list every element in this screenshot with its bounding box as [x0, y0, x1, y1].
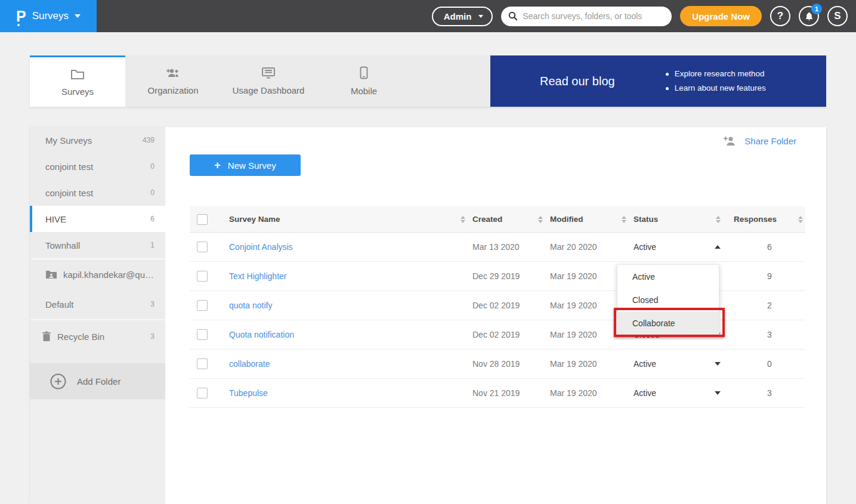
- modified-date: Mar 20 2020: [550, 242, 597, 252]
- modified-date: Mar 19 2020: [550, 301, 597, 310]
- avatar[interactable]: S: [827, 6, 848, 26]
- column-header-responses: Responses: [734, 215, 777, 224]
- modified-date: Mar 19 2020: [550, 388, 597, 398]
- sort-icon[interactable]: [622, 216, 626, 223]
- folder-label: My Surveys: [45, 135, 137, 146]
- questionpro-logo-icon: P: [16, 9, 26, 24]
- sidebar-item-default[interactable]: Default 3: [30, 289, 165, 319]
- upgrade-now-button[interactable]: Upgrade Now: [680, 6, 762, 26]
- created-date: Dec 29 2019: [472, 271, 520, 281]
- column-header-status: Status: [633, 215, 658, 224]
- folder-count: 0: [150, 162, 154, 171]
- status-dropdown-toggle[interactable]: [715, 245, 721, 249]
- status-dropdown-menu: Active Closed Collaborate: [617, 264, 719, 335]
- created-date: Dec 02 2019: [472, 330, 520, 339]
- app-name: Surveys: [32, 10, 69, 22]
- tab-mobile[interactable]: Mobile: [316, 55, 412, 107]
- search-icon: [508, 11, 518, 21]
- topbar-actions: Admin Upgrade Now ? 1 S: [432, 6, 856, 26]
- table-row: collaborate Nov 28 2019 Mar 19 2020 Acti…: [190, 350, 805, 379]
- select-all-checkbox[interactable]: [197, 214, 208, 225]
- responses-count: 3: [734, 388, 805, 398]
- chevron-down-icon: [75, 14, 81, 18]
- people-plus-icon: [165, 67, 181, 81]
- created-date: Dec 02 2019: [472, 301, 520, 310]
- phone-icon: [360, 66, 368, 81]
- status-option-active[interactable]: Active: [617, 265, 719, 288]
- folder-label: conjoint test: [45, 162, 144, 172]
- column-header-modified: Modified: [550, 215, 583, 224]
- notifications-button[interactable]: 1: [799, 6, 819, 26]
- survey-name-link[interactable]: Tubepulse: [229, 388, 268, 398]
- tab-label: Surveys: [61, 86, 94, 97]
- sidebar-item-hive[interactable]: HIVE 6: [30, 206, 165, 232]
- status-option-collaborate[interactable]: Collaborate: [617, 311, 719, 335]
- tab-organization[interactable]: Organization: [125, 55, 221, 107]
- product-menu[interactable]: P Surveys: [0, 0, 97, 32]
- status-value: Active: [633, 359, 656, 369]
- sidebar-item-townhall[interactable]: Townhall 1: [30, 232, 165, 258]
- column-header-created: Created: [472, 215, 502, 224]
- new-survey-button[interactable]: + New Survey: [190, 154, 301, 176]
- modified-date: Mar 19 2020: [550, 359, 597, 369]
- status-value: Active: [633, 388, 656, 398]
- sidebar-item-conjoint-test-1[interactable]: conjoint test 0: [30, 153, 165, 180]
- sort-icon[interactable]: [461, 216, 465, 223]
- admin-menu[interactable]: Admin: [432, 7, 493, 26]
- survey-name-link[interactable]: Conjoint Analysis: [229, 242, 293, 252]
- row-checkbox[interactable]: [197, 242, 208, 252]
- new-survey-label: New Survey: [228, 160, 276, 171]
- sort-icon[interactable]: [716, 216, 721, 223]
- tab-usage-dashboard[interactable]: Usage Dashboard: [221, 55, 316, 107]
- status-option-closed[interactable]: Closed: [617, 288, 719, 311]
- sidebar-item-recycle-bin[interactable]: Recycle Bin 3: [30, 319, 165, 353]
- row-checkbox[interactable]: [197, 300, 208, 311]
- person-plus-icon: [723, 135, 737, 146]
- sidebar-item-shared-folder[interactable]: kapil.khandekar@que...: [30, 258, 165, 289]
- table-header: Survey Name Created Modified Status: [190, 206, 805, 233]
- notification-badge: 1: [811, 4, 822, 14]
- tab-surveys[interactable]: Surveys: [30, 55, 125, 107]
- add-folder-label: Add Folder: [77, 376, 120, 386]
- folder-icon: [70, 68, 85, 82]
- admin-label: Admin: [444, 11, 472, 21]
- status-dropdown-toggle[interactable]: [715, 391, 721, 395]
- survey-name-link[interactable]: Quota notification: [229, 330, 294, 339]
- trash-icon: [42, 331, 51, 342]
- row-checkbox[interactable]: [197, 388, 208, 398]
- survey-name-link[interactable]: collaborate: [229, 359, 270, 369]
- sidebar-item-my-surveys[interactable]: My Surveys 439: [30, 127, 165, 153]
- survey-name-link[interactable]: quota notify: [229, 301, 272, 310]
- row-checkbox[interactable]: [197, 271, 208, 282]
- blog-banner[interactable]: Read our blog Explore research method Le…: [490, 55, 826, 107]
- row-checkbox[interactable]: [197, 358, 208, 369]
- responses-count: 0: [734, 359, 805, 369]
- sidebar-item-conjoint-test-2[interactable]: conjoint test 0: [30, 180, 165, 206]
- created-date: Mar 13 2020: [472, 242, 520, 252]
- share-folder-label: Share Folder: [744, 136, 796, 146]
- share-folder-button[interactable]: Share Folder: [723, 135, 796, 146]
- folder-count: 3: [150, 300, 154, 308]
- folder-label: Townhall: [45, 240, 144, 251]
- table-row: Conjoint Analysis Mar 13 2020 Mar 20 202…: [190, 233, 805, 262]
- status-dropdown-toggle[interactable]: [715, 362, 721, 366]
- folder-label: Recycle Bin: [57, 332, 144, 342]
- folder-label: Default: [45, 299, 144, 310]
- add-folder-button[interactable]: Add Folder: [30, 363, 165, 399]
- folder-count: 6: [150, 215, 154, 223]
- row-checkbox[interactable]: [197, 329, 208, 340]
- folder-label: conjoint test: [45, 188, 144, 198]
- help-button[interactable]: ?: [770, 6, 790, 26]
- sort-icon[interactable]: [798, 216, 803, 223]
- banner-title: Read our blog: [540, 75, 615, 88]
- sort-icon[interactable]: [538, 216, 543, 223]
- search-input[interactable]: [523, 11, 665, 21]
- sidebar-filler: [30, 400, 165, 504]
- survey-name-link[interactable]: Text Highlighter: [229, 271, 287, 281]
- shared-folder-icon: [45, 270, 57, 279]
- avatar-initial: S: [834, 10, 840, 22]
- responses-count: 6: [734, 242, 805, 252]
- folder-sidebar: My Surveys 439 conjoint test 0 conjoint …: [30, 127, 165, 504]
- section-tabs: Surveys Organization Usage Dashboard Mob…: [30, 55, 826, 107]
- chevron-down-icon: [478, 15, 483, 18]
